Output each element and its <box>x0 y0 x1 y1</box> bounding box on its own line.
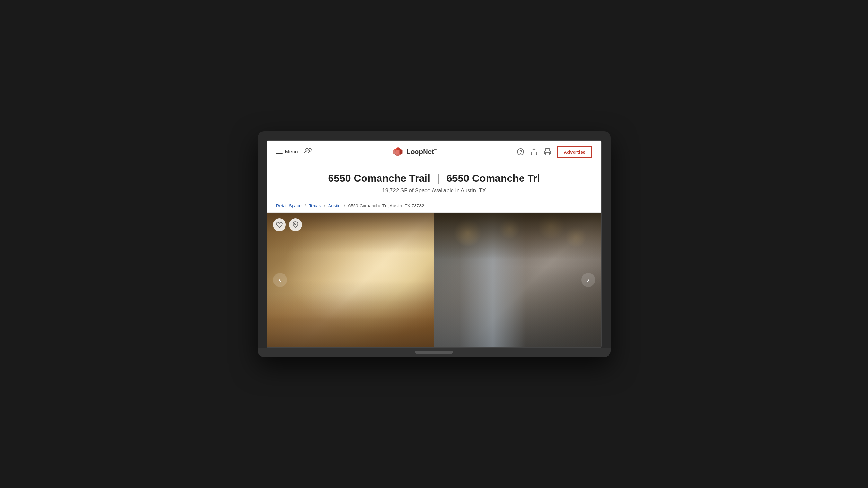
help-icon[interactable] <box>517 148 524 156</box>
laptop-base <box>257 348 611 357</box>
logo-text: LoopNet™ <box>406 148 437 156</box>
nav-right: Advertise <box>517 146 592 158</box>
image-gallery: ‹ › <box>267 213 601 347</box>
menu-label: Menu <box>285 149 298 155</box>
gallery-image-left-overlay <box>267 213 434 347</box>
laptop-frame: Menu <box>257 131 611 357</box>
svg-marker-8 <box>393 150 396 155</box>
gallery-image-right-overlay <box>434 213 601 347</box>
laptop-notch <box>415 351 454 354</box>
property-title: 6550 Comanche Trail | 6550 Comanche Trl <box>274 172 595 184</box>
nav-center: LoopNet™ <box>392 146 437 158</box>
svg-marker-5 <box>400 150 403 155</box>
svg-point-13 <box>521 154 521 154</box>
breadcrumb-address: 6550 Comanche Trl, Austin, TX 78732 <box>348 203 424 208</box>
gallery-image-left <box>267 213 434 347</box>
logo-gem-icon <box>392 146 404 158</box>
title-section: 6550 Comanche Trail | 6550 Comanche Trl … <box>267 163 601 199</box>
breadcrumb: Retail Space / Texas / Austin / 6550 Com… <box>267 199 601 213</box>
share-icon[interactable] <box>530 148 538 156</box>
favorite-button[interactable] <box>273 218 286 231</box>
gallery-image-right <box>434 213 601 347</box>
breadcrumb-retail-space[interactable]: Retail Space <box>276 203 302 208</box>
menu-button[interactable]: Menu <box>276 149 298 155</box>
svg-point-12 <box>517 149 524 155</box>
breadcrumb-texas[interactable]: Texas <box>309 203 321 208</box>
hamburger-icon <box>276 150 283 154</box>
svg-point-0 <box>306 148 308 151</box>
svg-point-1 <box>309 148 311 151</box>
navbar: Menu <box>267 141 601 163</box>
breadcrumb-austin[interactable]: Austin <box>328 203 341 208</box>
print-icon[interactable] <box>544 148 551 156</box>
title-divider: | <box>437 172 442 184</box>
svg-point-16 <box>294 223 296 225</box>
gallery-arrow-left[interactable]: ‹ <box>273 273 287 287</box>
loopnet-logo[interactable]: LoopNet™ <box>392 146 437 158</box>
advertise-button[interactable]: Advertise <box>557 146 592 158</box>
property-subtitle: 19,722 SF of Space Available in Austin, … <box>274 188 595 194</box>
screen: Menu <box>267 140 602 348</box>
svg-rect-15 <box>546 153 550 155</box>
svg-marker-11 <box>396 150 400 155</box>
gallery-arrow-right[interactable]: › <box>581 273 595 287</box>
users-icon[interactable] <box>304 147 313 157</box>
map-pin-button[interactable] <box>289 218 302 231</box>
nav-left: Menu <box>276 147 313 157</box>
gallery-actions <box>273 218 302 231</box>
